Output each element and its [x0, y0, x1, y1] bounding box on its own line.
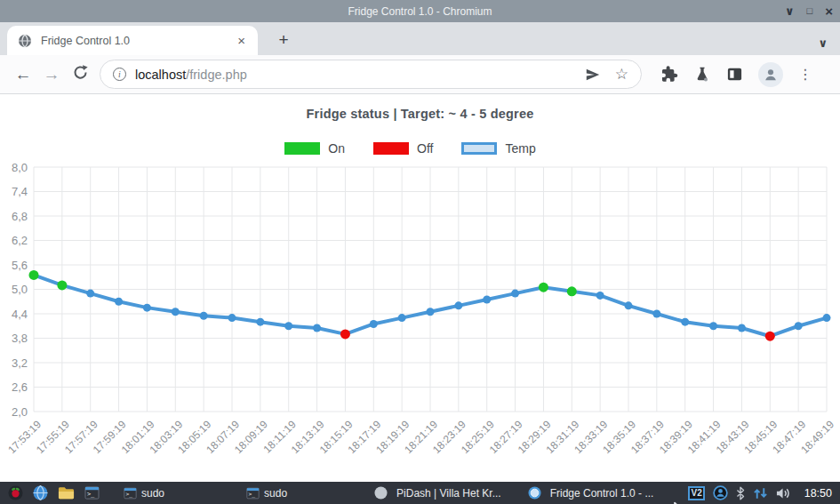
chart-canvas[interactable]: 8,07,46,86,25,65,04,43,83,22,62,017:53:1…	[0, 94, 840, 482]
volume-icon[interactable]	[776, 487, 791, 500]
data-point-on[interactable]	[57, 280, 67, 290]
taskbar: >_ >_ sudo >_ sudo PiDash | Villa Het Kr…	[0, 482, 840, 504]
globe-icon	[33, 485, 48, 500]
terminal-icon: >_	[246, 487, 260, 500]
data-point-temp[interactable]	[483, 295, 491, 303]
network-traffic-icon[interactable]	[753, 487, 768, 500]
data-point-temp[interactable]	[86, 290, 94, 298]
side-panel-icon[interactable]	[726, 66, 743, 83]
y-tick-label: 3,8	[12, 332, 28, 345]
y-tick-label: 6,2	[12, 234, 28, 247]
tab-title: Fridge Control 1.0	[41, 35, 236, 47]
forward-button[interactable]: →	[37, 65, 66, 84]
status-circle-icon[interactable]	[713, 485, 728, 500]
data-point-on[interactable]	[567, 286, 577, 296]
data-point-temp[interactable]	[200, 312, 208, 320]
svg-text:>_: >_	[126, 491, 133, 498]
task-label: sudo	[141, 487, 164, 500]
y-tick-label: 6,8	[12, 210, 28, 223]
site-info-icon[interactable]: i	[113, 68, 126, 81]
page-content: Fridge status | Target: ~ 4 - 5 degree O…	[0, 94, 840, 482]
browser-menu-icon[interactable]: ⋮	[798, 68, 812, 82]
vnc-tray-icon[interactable]: V2	[688, 486, 704, 500]
maximize-icon[interactable]: □	[807, 6, 813, 16]
terminal-icon: >_	[124, 487, 137, 500]
close-icon[interactable]: ×	[825, 4, 833, 18]
y-tick-label: 7,4	[12, 185, 28, 198]
data-point-temp[interactable]	[795, 322, 803, 330]
y-tick-label: 5,6	[12, 259, 28, 272]
extensions-puzzle-icon[interactable]	[660, 65, 678, 84]
y-tick-label: 3,2	[12, 356, 28, 370]
window-icon	[374, 486, 388, 500]
taskbar-task-pidash[interactable]: PiDash | Villa Het Kr...	[374, 486, 501, 500]
data-point-temp[interactable]	[823, 314, 831, 322]
bookmark-star-icon[interactable]: ☆	[615, 67, 628, 82]
window-controls: ∨ □ ×	[785, 0, 833, 22]
back-button[interactable]: ←	[9, 65, 37, 84]
taskbar-clock[interactable]: 18:50	[804, 487, 832, 500]
terminal-launcher[interactable]: >_	[84, 486, 100, 500]
task-label: PiDash | Villa Het Kr...	[396, 487, 501, 500]
minimize-icon[interactable]: ∨	[785, 5, 795, 17]
person-icon	[763, 67, 779, 83]
data-point-temp[interactable]	[115, 298, 123, 306]
data-point-temp[interactable]	[709, 322, 717, 330]
data-point-temp[interactable]	[284, 322, 292, 330]
data-point-temp[interactable]	[596, 292, 604, 300]
browser-toolbar: ← → i localhost/fridge.php ☆	[0, 55, 840, 94]
window-titlebar: Fridge Control 1.0 - Chromium ∨ □ ×	[0, 0, 840, 22]
data-point-temp[interactable]	[143, 304, 151, 312]
web-browser-launcher[interactable]	[33, 485, 48, 500]
bluetooth-icon[interactable]	[736, 486, 745, 500]
data-point-off[interactable]	[340, 329, 350, 339]
data-point-temp[interactable]	[313, 324, 321, 332]
tab-fridge-control[interactable]: Fridge Control 1.0 ×	[7, 26, 258, 55]
window-title: Fridge Control 1.0 - Chromium	[348, 5, 492, 18]
y-tick-label: 2,6	[12, 380, 28, 394]
y-tick-label: 5,0	[12, 283, 28, 296]
task-label: Fridge Control 1.0 - ...	[550, 487, 654, 500]
folder-icon	[58, 486, 75, 500]
url-bar[interactable]: i localhost/fridge.php ☆	[100, 60, 642, 89]
data-point-temp[interactable]	[454, 301, 462, 309]
taskbar-task-sudo-2[interactable]: >_ sudo	[246, 487, 287, 500]
y-tick-label: 8,0	[12, 161, 28, 174]
url-text[interactable]: localhost/fridge.php	[135, 68, 585, 82]
data-point-temp[interactable]	[652, 310, 660, 318]
data-point-temp[interactable]	[625, 301, 633, 309]
y-tick-label: 2,0	[12, 405, 28, 419]
url-path: /fridge.php	[186, 68, 247, 82]
data-point-on[interactable]	[539, 283, 548, 292]
app-menu-button[interactable]	[8, 485, 23, 500]
svg-text:>_: >_	[249, 491, 256, 498]
taskbar-task-fridge-control[interactable]: Fridge Control 1.0 - ...	[528, 486, 654, 500]
tab-close-icon[interactable]: ×	[236, 33, 247, 48]
profile-avatar[interactable]	[758, 62, 783, 87]
data-point-temp[interactable]	[228, 314, 236, 322]
send-to-device-icon[interactable]	[585, 67, 601, 83]
tab-strip: Fridge Control 1.0 × + ∨	[0, 22, 840, 55]
data-point-temp[interactable]	[172, 308, 180, 316]
globe-favicon-icon	[18, 34, 32, 48]
data-point-on[interactable]	[29, 270, 39, 280]
tab-overflow-chevron-icon[interactable]: ∨	[818, 36, 828, 50]
data-point-temp[interactable]	[681, 318, 689, 326]
data-point-temp[interactable]	[398, 314, 406, 322]
raspberry-menu-icon	[8, 485, 23, 500]
file-manager-launcher[interactable]	[58, 486, 75, 500]
toolbar-action-icons: ⋮	[660, 62, 812, 87]
data-point-temp[interactable]	[256, 318, 264, 326]
task-label: sudo	[264, 487, 287, 500]
terminal-icon: >_	[84, 486, 100, 500]
flask-extension-icon[interactable]	[693, 66, 711, 84]
data-point-temp[interactable]	[738, 324, 746, 332]
new-tab-button[interactable]: +	[272, 28, 295, 52]
data-point-off[interactable]	[765, 332, 775, 341]
y-tick-label: 4,4	[12, 308, 28, 321]
taskbar-task-sudo-1[interactable]: >_ sudo	[124, 487, 164, 500]
reload-button[interactable]	[66, 64, 94, 85]
data-point-temp[interactable]	[370, 320, 378, 328]
data-point-temp[interactable]	[427, 308, 435, 316]
data-point-temp[interactable]	[511, 290, 519, 298]
